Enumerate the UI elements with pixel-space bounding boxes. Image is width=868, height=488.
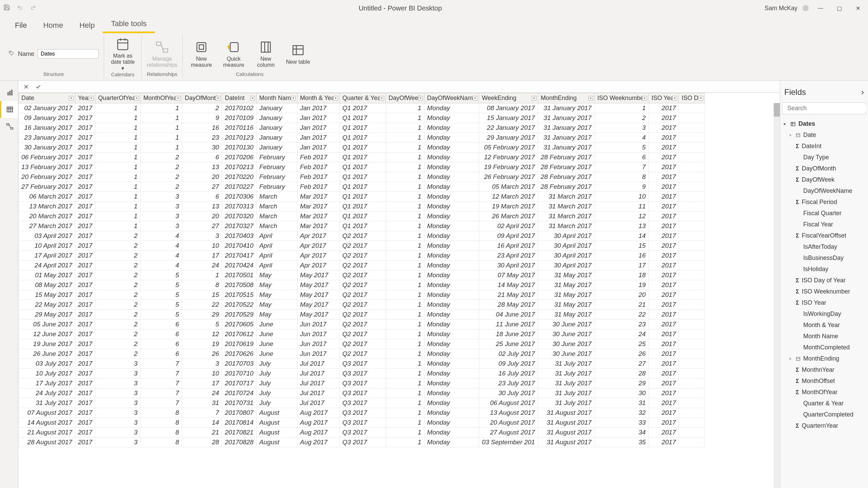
table-cell[interactable]	[679, 152, 705, 162]
table-cell[interactable]: 4	[140, 231, 182, 241]
table-cell[interactable]: Q1 2017	[339, 162, 386, 172]
table-cell[interactable]: Monday	[424, 398, 479, 408]
column-header[interactable]: Date▾	[19, 93, 75, 103]
table-cell[interactable]: 30 April 2017	[538, 261, 594, 270]
table-cell[interactable]: Jun 2017	[297, 329, 339, 339]
column-filter-icon[interactable]: ▾	[379, 96, 384, 101]
table-cell[interactable]: 31 May 2017	[538, 270, 594, 280]
table-cell[interactable]: 30 April 2017	[538, 231, 594, 241]
table-cell[interactable]: 28 May 2017	[479, 300, 538, 310]
table-cell[interactable]: 1	[95, 152, 140, 162]
table-cell[interactable]: May	[256, 270, 297, 280]
table-cell[interactable]: Q2 2017	[339, 280, 386, 290]
table-cell[interactable]: 2017	[649, 300, 679, 310]
table-cell[interactable]	[679, 221, 705, 231]
table-cell[interactable]: 17	[182, 251, 222, 261]
table-cell[interactable]: Mar 2017	[297, 202, 339, 211]
table-cell[interactable]: May	[256, 300, 297, 310]
table-cell[interactable]: 02 July 2017	[479, 349, 538, 359]
table-cell[interactable]: 20170424	[222, 261, 257, 270]
field-item[interactable]: QuarterCompleted	[782, 409, 866, 420]
field-item[interactable]: >MonthEnding	[782, 353, 866, 364]
table-cell[interactable]: 20170227	[222, 182, 257, 192]
table-cell[interactable]: 31 March 2017	[538, 202, 594, 211]
table-cell[interactable]: 17	[182, 379, 222, 388]
table-cell[interactable]: April	[256, 231, 297, 241]
table-cell[interactable]: 27 August 2017	[479, 428, 538, 438]
table-cell[interactable]: June	[256, 339, 297, 349]
table-cell[interactable]: Monday	[424, 241, 479, 251]
table-cell[interactable]: 7	[140, 398, 182, 408]
table-cell[interactable]: Monday	[424, 270, 479, 280]
table-cell[interactable]: Aug 2017	[297, 408, 339, 418]
table-cell[interactable]: 1	[386, 211, 424, 221]
table-cell[interactable]: 30	[594, 388, 649, 398]
table-cell[interactable]: 13 March 2017	[19, 202, 75, 211]
table-cell[interactable]: 9	[594, 182, 649, 192]
table-cell[interactable]: 19 February 2017	[479, 162, 538, 172]
table-row[interactable]: 27 February 20172017122720170227February…	[19, 182, 705, 192]
table-cell[interactable]: 20170410	[222, 241, 257, 251]
table-cell[interactable]: 26	[182, 349, 222, 359]
table-cell[interactable]: 2	[95, 241, 140, 251]
table-cell[interactable]: 16 January 2017	[19, 123, 75, 133]
table-cell[interactable]: 34	[594, 428, 649, 438]
table-cell[interactable]: 2	[95, 329, 140, 339]
table-cell[interactable]: Jun 2017	[297, 349, 339, 359]
column-header[interactable]: ISO Da▾	[679, 93, 705, 103]
table-cell[interactable]: Monday	[424, 113, 479, 123]
data-view-button[interactable]	[0, 101, 18, 118]
table-cell[interactable]: 20170522	[222, 300, 257, 310]
column-filter-icon[interactable]: ▾	[588, 96, 593, 101]
table-cell[interactable]: 1	[386, 379, 424, 388]
table-cell[interactable]: 2017	[649, 202, 679, 211]
table-cell[interactable]: 2017	[649, 192, 679, 202]
table-cell[interactable]: 3	[95, 359, 140, 369]
table-row[interactable]: 27 March 20172017132720170327MarchMar 20…	[19, 221, 705, 231]
column-filter-icon[interactable]: ▾	[89, 96, 94, 101]
table-row[interactable]: 30 January 20172017113020170130JanuaryJa…	[19, 143, 705, 152]
table-cell[interactable]: 1	[386, 300, 424, 310]
table-cell[interactable]: Q2 2017	[339, 241, 386, 251]
table-cell[interactable]: 2017	[75, 329, 95, 339]
table-row[interactable]: 13 March 20172017131320170313MarchMar 20…	[19, 202, 705, 211]
column-filter-icon[interactable]: ▾	[642, 96, 647, 101]
table-cell[interactable]: 1	[386, 221, 424, 231]
table-cell[interactable]: 13 August 2017	[479, 408, 538, 418]
table-cell[interactable]: Monday	[424, 310, 479, 320]
field-item[interactable]: ΣQuarternYear	[782, 420, 866, 431]
table-cell[interactable]: 1	[140, 123, 182, 133]
table-cell[interactable]	[679, 418, 705, 428]
table-row[interactable]: 19 June 20172017261920170619JuneJun 2017…	[19, 339, 705, 349]
table-cell[interactable]: 30 April 2017	[538, 241, 594, 251]
column-header[interactable]: QuarterOfYear▾	[95, 93, 140, 103]
table-cell[interactable]: 1	[386, 270, 424, 280]
table-cell[interactable]: 1	[140, 143, 182, 152]
table-cell[interactable]: 09 April 2017	[479, 231, 538, 241]
table-cell[interactable]: 31 August 2017	[538, 428, 594, 438]
table-cell[interactable]: 5	[140, 270, 182, 280]
table-cell[interactable]	[679, 438, 705, 447]
table-cell[interactable]: 21 August 2017	[19, 428, 75, 438]
table-cell[interactable]: 1	[386, 103, 424, 113]
table-cell[interactable]: 30 June 2017	[538, 320, 594, 329]
table-cell[interactable]: 05 June 2017	[19, 320, 75, 329]
fields-search-input[interactable]	[787, 105, 866, 112]
table-cell[interactable]: 7	[594, 162, 649, 172]
table-cell[interactable]: 2017	[75, 369, 95, 379]
table-cell[interactable]: 2017	[75, 320, 95, 329]
table-row[interactable]: 05 June 2017201726520170605JuneJun 2017Q…	[19, 320, 705, 329]
field-item[interactable]: IsWorkingDay	[782, 308, 866, 320]
field-item[interactable]: Quarter & Year	[782, 398, 866, 409]
table-cell[interactable]: 2	[140, 152, 182, 162]
table-cell[interactable]: 05 March 2017	[479, 182, 538, 192]
table-row[interactable]: 13 February 20172017121320170213February…	[19, 162, 705, 172]
table-cell[interactable]: 1	[386, 182, 424, 192]
table-cell[interactable]: Q1 2017	[339, 202, 386, 211]
table-cell[interactable]: Jan 2017	[297, 143, 339, 152]
table-cell[interactable]: 2017	[75, 300, 95, 310]
table-cell[interactable]: Monday	[424, 261, 479, 270]
table-cell[interactable]: 13	[594, 221, 649, 231]
table-cell[interactable]: 35	[594, 438, 649, 447]
table-cell[interactable]: 02 April 2017	[479, 221, 538, 231]
